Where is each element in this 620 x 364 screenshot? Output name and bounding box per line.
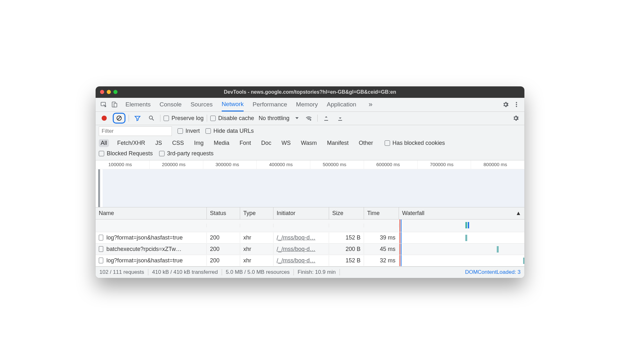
settings-icon[interactable]: [500, 99, 511, 110]
network-settings-icon[interactable]: [510, 113, 521, 124]
status-resources: 5.0 MB / 5.0 MB resources: [226, 269, 290, 275]
col-size[interactable]: Size: [329, 207, 364, 219]
type-media[interactable]: Media: [212, 139, 231, 147]
timeline-gutter: [96, 169, 103, 207]
col-waterfall[interactable]: Waterfall▲: [399, 207, 524, 219]
tab-sources[interactable]: Sources: [191, 98, 213, 111]
table-row[interactable]: log?format=json&hasfast=true200xhr/_/mss…: [96, 255, 524, 266]
network-toolbar: Preserve log Disable cache No throttling: [96, 112, 524, 125]
close-icon[interactable]: [100, 90, 104, 94]
timeline-overview[interactable]: 100000 ms 200000 ms 300000 ms 400000 ms …: [96, 160, 524, 207]
export-har-icon[interactable]: [335, 113, 346, 124]
document-icon: [99, 258, 103, 263]
filter-bar: Invert Hide data URLs All Fetch/XHR JS C…: [96, 125, 524, 160]
type-ws[interactable]: WS: [280, 139, 293, 147]
search-icon[interactable]: [146, 113, 157, 124]
tab-elements[interactable]: Elements: [125, 98, 151, 111]
request-time: 32 ms: [364, 255, 399, 266]
type-css[interactable]: CSS: [170, 139, 186, 147]
request-initiator[interactable]: /_/mss/boq-d…: [277, 246, 315, 252]
kebab-menu-icon[interactable]: [511, 99, 522, 110]
tab-application[interactable]: Application: [327, 98, 356, 111]
col-initiator[interactable]: Initiator: [273, 207, 329, 219]
window-controls: [100, 90, 118, 94]
type-manifest[interactable]: Manifest: [325, 139, 351, 147]
col-name[interactable]: Name: [96, 207, 207, 219]
filter-input[interactable]: [99, 126, 172, 136]
table-row[interactable]: batchexecute?rpcids=xZTw…200xhr/_/mss/bo…: [96, 244, 524, 255]
request-size: 152 B: [329, 233, 364, 243]
request-name: batchexecute?rpcids=xZTw…: [106, 246, 182, 253]
request-type: xhr: [240, 255, 273, 266]
status-domcontentloaded: DOMContentLoaded: 3: [465, 269, 521, 275]
tab-performance[interactable]: Performance: [253, 98, 287, 111]
invert-toggle[interactable]: Invert: [178, 128, 200, 134]
type-font[interactable]: Font: [238, 139, 253, 147]
type-fetch-xhr[interactable]: Fetch/XHR: [115, 139, 147, 147]
preserve-log-label: Preserve log: [172, 115, 204, 122]
tick: 300000 ms: [203, 160, 257, 169]
tick: 200000 ms: [149, 160, 203, 169]
tab-memory[interactable]: Memory: [296, 98, 318, 111]
timeline-ticks: 100000 ms 200000 ms 300000 ms 400000 ms …: [96, 160, 524, 169]
document-icon: [99, 246, 103, 252]
type-all[interactable]: All: [99, 139, 109, 147]
type-other[interactable]: Other: [357, 139, 375, 147]
svg-rect-2: [114, 103, 117, 107]
preserve-log-toggle[interactable]: Preserve log: [164, 115, 204, 122]
hide-data-urls-toggle[interactable]: Hide data URLs: [206, 128, 254, 134]
type-doc[interactable]: Doc: [259, 139, 273, 147]
request-initiator[interactable]: /_/mss/boq-d…: [277, 257, 315, 264]
more-tabs-icon[interactable]: »: [365, 99, 376, 110]
tab-console[interactable]: Console: [159, 98, 182, 111]
svg-rect-0: [101, 102, 105, 106]
disable-cache-toggle[interactable]: Disable cache: [210, 115, 254, 122]
col-type[interactable]: Type: [240, 207, 273, 219]
minimize-icon[interactable]: [107, 90, 111, 94]
blocked-requests-toggle[interactable]: Blocked Requests: [99, 150, 153, 157]
request-status: 200: [207, 233, 240, 243]
inspect-icon[interactable]: [98, 99, 109, 110]
disable-cache-label: Disable cache: [218, 115, 254, 122]
timeline-canvas[interactable]: [103, 169, 524, 207]
request-waterfall: [399, 232, 524, 243]
type-img[interactable]: Img: [192, 139, 206, 147]
request-initiator[interactable]: /_/mss/boq-d…: [277, 234, 315, 241]
device-toggle-icon[interactable]: [109, 99, 120, 110]
tick: 700000 ms: [417, 160, 471, 169]
svg-line-7: [118, 117, 121, 120]
request-table: Name Status Type Initiator Size Time Wat…: [96, 207, 524, 266]
request-name: log?format=json&hasfast=true: [106, 257, 183, 264]
request-size: 200 B: [329, 244, 364, 254]
table-header: Name Status Type Initiator Size Time Wat…: [96, 207, 524, 219]
request-time: 45 ms: [364, 244, 399, 254]
zoom-icon[interactable]: [113, 90, 118, 94]
table-row[interactable]: log?format=json&hasfast=true200xhr/_/mss…: [96, 232, 524, 244]
main-tabs: Elements Console Sources Network Perform…: [96, 98, 524, 112]
request-waterfall: [399, 244, 524, 255]
throttling-select[interactable]: No throttling: [257, 115, 300, 122]
type-wasm[interactable]: Wasm: [299, 139, 319, 147]
blocked-cookies-toggle[interactable]: Has blocked cookies: [385, 140, 445, 146]
filter-icon[interactable]: [132, 113, 143, 124]
svg-point-3: [516, 102, 517, 103]
record-button[interactable]: [99, 113, 110, 124]
svg-point-4: [516, 104, 517, 105]
request-type: xhr: [240, 233, 273, 243]
tab-list: Elements Console Sources Network Perform…: [125, 98, 376, 111]
network-conditions-icon[interactable]: [303, 113, 314, 124]
tick: 400000 ms: [256, 160, 310, 169]
import-har-icon[interactable]: [321, 113, 332, 124]
clear-button[interactable]: [113, 113, 125, 124]
status-bar: 102 / 111 requests 410 kB / 410 kB trans…: [96, 266, 524, 278]
svg-point-5: [516, 106, 517, 107]
type-js[interactable]: JS: [153, 139, 164, 147]
col-time[interactable]: Time: [364, 207, 399, 219]
tab-network[interactable]: Network: [222, 98, 244, 111]
third-party-toggle[interactable]: 3rd-party requests: [159, 150, 213, 157]
request-status: 200: [207, 244, 240, 254]
type-filters: All Fetch/XHR JS CSS Img Media Font Doc …: [99, 139, 521, 147]
svg-point-8: [149, 116, 152, 119]
tick: 600000 ms: [364, 160, 417, 169]
col-status[interactable]: Status: [207, 207, 240, 219]
